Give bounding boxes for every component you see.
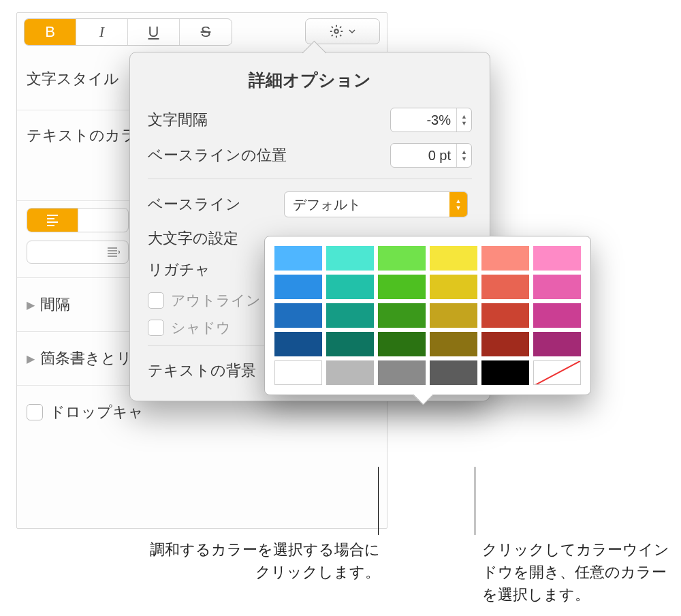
text-style-toolbar: B I U S — [17, 13, 387, 46]
font-style-group: B I U S — [24, 18, 232, 46]
color-swatch[interactable] — [481, 275, 529, 299]
color-swatch[interactable] — [378, 275, 426, 299]
text-bg-label: テキストの背景 — [148, 360, 256, 381]
svg-point-0 — [334, 29, 338, 33]
outline-checkbox[interactable] — [148, 292, 164, 309]
color-swatch[interactable] — [378, 360, 426, 385]
color-swatch[interactable] — [430, 246, 477, 271]
color-swatch[interactable] — [378, 332, 426, 356]
color-swatch[interactable] — [533, 303, 581, 328]
shadow-checkbox[interactable] — [148, 320, 164, 336]
underline-button[interactable]: U — [128, 19, 180, 45]
baseline-row: ベースライン デフォルト ▲▼ — [148, 191, 472, 217]
callout-line — [475, 467, 475, 535]
baseline-dropdown[interactable]: デフォルト ▲▼ — [284, 191, 468, 217]
color-swatch[interactable] — [430, 275, 477, 299]
spacing-label: 間隔 — [40, 294, 70, 315]
character-spacing-row: 文字間隔 -3% ▲▼ — [148, 108, 472, 132]
chevron-right-icon: ▶ — [27, 352, 35, 365]
callout-right-text: クリックしてカラーウインドウを開き、任意のカラーを選択します。 — [482, 538, 673, 606]
color-swatch[interactable] — [533, 332, 581, 356]
color-swatch[interactable] — [274, 275, 322, 299]
color-swatch[interactable] — [326, 275, 374, 299]
shadow-label: シャドウ — [171, 318, 231, 337]
baseline-value: デフォルト — [293, 196, 361, 214]
color-swatch[interactable] — [533, 275, 581, 299]
color-swatch[interactable] — [533, 360, 581, 385]
baseline-label: ベースライン — [148, 194, 284, 215]
color-swatch[interactable] — [274, 303, 322, 328]
char-spacing-label: 文字間隔 — [148, 110, 390, 130]
align-center-button[interactable] — [78, 209, 129, 232]
baseline-offset-label: ベースラインの位置 — [148, 145, 390, 166]
color-swatch[interactable] — [481, 303, 529, 328]
color-swatch[interactable] — [430, 332, 477, 356]
color-swatch[interactable] — [430, 360, 477, 385]
char-spacing-value: -3% — [391, 112, 456, 128]
baseline-offset-value: 0 pt — [391, 148, 456, 164]
strikethrough-button[interactable]: S — [180, 19, 232, 45]
stepper-arrows-icon[interactable]: ▲▼ — [456, 108, 471, 132]
color-swatch[interactable] — [481, 246, 529, 271]
stepper-arrows-icon[interactable]: ▲▼ — [456, 144, 471, 167]
color-swatch[interactable] — [378, 303, 426, 328]
color-swatch[interactable] — [326, 332, 374, 356]
char-spacing-stepper[interactable]: -3% ▲▼ — [390, 108, 472, 132]
baseline-offset-row: ベースラインの位置 0 pt ▲▼ — [148, 143, 472, 168]
character-style-label: 文字スタイル — [27, 69, 119, 89]
list-icon — [108, 247, 120, 257]
callout-left-text: 調和するカラーを選択する場合にクリックします。 — [142, 538, 380, 583]
color-swatch[interactable] — [274, 332, 322, 356]
color-swatch[interactable] — [430, 303, 477, 328]
bullets-label: 箇条書きとリ — [40, 348, 132, 369]
color-swatch[interactable] — [378, 246, 426, 271]
color-swatch[interactable] — [481, 332, 529, 356]
color-swatch[interactable] — [326, 303, 374, 328]
chevron-right-icon: ▶ — [27, 298, 35, 311]
color-swatch[interactable] — [326, 360, 374, 385]
gear-icon — [329, 24, 344, 39]
popover-title: 詳細オプション — [148, 69, 472, 91]
color-swatch[interactable] — [481, 360, 529, 385]
advanced-options-button[interactable] — [305, 18, 380, 44]
color-swatch[interactable] — [326, 246, 374, 271]
alignment-segmented — [27, 208, 129, 232]
bold-button[interactable]: B — [25, 19, 76, 45]
baseline-offset-stepper[interactable]: 0 pt ▲▼ — [390, 143, 472, 168]
dropcap-checkbox[interactable] — [27, 404, 43, 420]
dropcap-label: ドロップキャ — [50, 402, 144, 422]
dropdown-arrows-icon: ▲▼ — [449, 192, 467, 217]
callout-line — [378, 467, 379, 535]
color-swatch-popover — [264, 236, 591, 395]
chevron-down-icon — [348, 27, 356, 35]
align-left-button[interactable] — [27, 209, 78, 232]
outline-label: アウトライン — [171, 291, 261, 310]
color-swatch[interactable] — [274, 246, 322, 271]
color-swatch[interactable] — [274, 360, 322, 385]
italic-button[interactable]: I — [76, 19, 128, 45]
list-indent-control[interactable] — [27, 241, 129, 264]
color-swatch[interactable] — [533, 246, 581, 271]
color-swatch-grid — [274, 246, 581, 385]
